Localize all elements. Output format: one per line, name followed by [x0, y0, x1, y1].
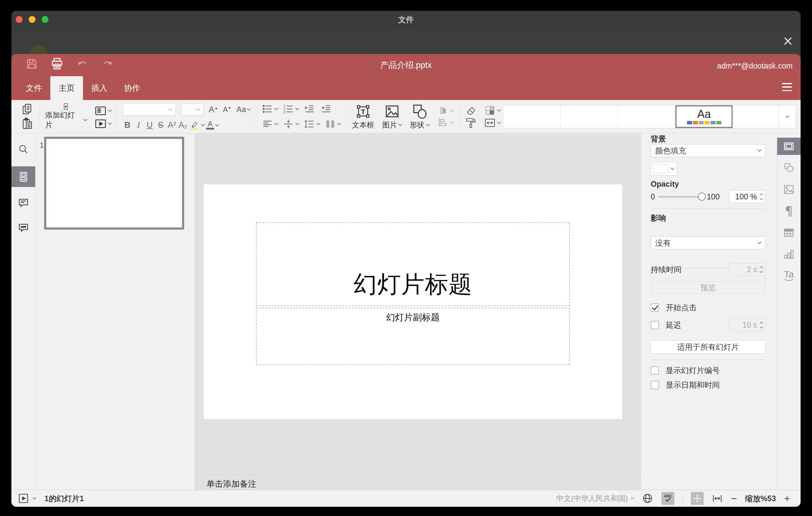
- tab-file[interactable]: 文件: [18, 76, 50, 100]
- bullets-icon[interactable]: [262, 103, 278, 115]
- underline-button[interactable]: U: [145, 120, 154, 130]
- font-color-button[interactable]: A: [206, 121, 219, 130]
- add-slide-button[interactable]: 添加幻灯片: [45, 103, 87, 130]
- subscript-button[interactable]: A₂: [178, 120, 187, 130]
- subtitle-placeholder[interactable]: 幻灯片副标题: [256, 308, 570, 365]
- slides-panel-icon[interactable]: [11, 166, 35, 187]
- spellcheck-icon[interactable]: ABC: [662, 492, 674, 505]
- show-date-time-row: 显示日期和时间: [651, 380, 765, 390]
- background-fill-select[interactable]: 颜色填充: [651, 144, 765, 157]
- change-case-icon[interactable]: Aa: [236, 105, 250, 114]
- theme-option-3[interactable]: [618, 105, 675, 128]
- delay-label: 延迟: [666, 320, 681, 330]
- slide-subtitle-text: 幻灯片副标题: [386, 311, 440, 324]
- slide-canvas[interactable]: 幻灯片标题 幻灯片副标题: [204, 184, 622, 419]
- background-color-picker[interactable]: [651, 162, 677, 176]
- increase-font-icon[interactable]: A▲: [208, 105, 218, 114]
- opacity-slider[interactable]: [658, 196, 702, 198]
- effect-select[interactable]: 没有: [651, 236, 765, 249]
- numbering-icon[interactable]: 123: [283, 103, 299, 115]
- fit-to-width-icon[interactable]: [712, 493, 723, 504]
- chat-icon[interactable]: [11, 219, 35, 236]
- notes-placeholder[interactable]: 单击添加备注: [206, 478, 256, 489]
- opacity-spinner[interactable]: 100 %: [729, 190, 765, 203]
- paste-button[interactable]: [21, 118, 34, 130]
- delay-checkbox[interactable]: [651, 321, 659, 329]
- theme-color-6: [716, 121, 721, 124]
- zoom-out-icon[interactable]: −: [731, 493, 737, 504]
- zoom-in-icon[interactable]: +: [784, 493, 790, 504]
- theme-option-2[interactable]: [560, 105, 618, 128]
- show-slide-number-checkbox[interactable]: [651, 366, 659, 375]
- title-placeholder[interactable]: 幻灯片标题: [256, 222, 570, 306]
- start-slideshow-button[interactable]: [94, 117, 111, 130]
- bold-button[interactable]: B: [123, 120, 132, 130]
- close-icon[interactable]: [783, 36, 793, 46]
- theme-color-4: [705, 121, 709, 124]
- decrease-indent-icon[interactable]: [303, 103, 315, 115]
- theme-option-5[interactable]: [733, 105, 779, 128]
- text-art-settings-icon[interactable]: Ta: [777, 267, 801, 285]
- superscript-button[interactable]: A²: [167, 120, 176, 130]
- strikethrough-button[interactable]: S: [156, 120, 165, 130]
- columns-icon[interactable]: [324, 118, 341, 130]
- copy-style-icon[interactable]: [465, 117, 477, 129]
- table-settings-icon[interactable]: [777, 224, 801, 241]
- slide-group: 添加幻灯片: [42, 103, 114, 130]
- show-slide-number-label: 显示幻灯片编号: [666, 365, 720, 376]
- slide-settings-icon[interactable]: [777, 138, 801, 155]
- search-icon[interactable]: [11, 141, 35, 158]
- chart-settings-icon[interactable]: [777, 246, 801, 263]
- start-slideshow-status-icon[interactable]: [18, 493, 29, 504]
- language-selector[interactable]: 中文(中华人民共和国): [556, 493, 634, 503]
- horizontal-align-icon[interactable]: [262, 118, 278, 130]
- align-shapes-icon[interactable]: [437, 117, 453, 128]
- slide-size-icon[interactable]: [484, 117, 500, 129]
- shape-label: 形状: [410, 120, 425, 130]
- opacity-slider-handle[interactable]: [698, 193, 706, 201]
- vertical-align-icon[interactable]: [283, 118, 299, 130]
- theme-option-1[interactable]: [503, 105, 560, 128]
- theme-gallery-expand-icon[interactable]: [779, 105, 796, 128]
- notes-divider[interactable]: [195, 474, 640, 475]
- image-settings-icon[interactable]: [777, 181, 801, 198]
- line-spacing-icon[interactable]: [303, 118, 320, 130]
- textbox-button[interactable]: T 文本框: [352, 103, 374, 130]
- paragraph-settings-icon[interactable]: ¶: [777, 202, 801, 220]
- duration-row: 持续时间 2 s: [651, 263, 765, 276]
- slideshow-options-icon[interactable]: [32, 496, 36, 500]
- tab-home[interactable]: 主页: [50, 76, 83, 100]
- duration-spinner[interactable]: 2 s: [729, 263, 765, 276]
- italic-button[interactable]: I: [134, 120, 143, 130]
- image-button[interactable]: 图片: [382, 103, 402, 130]
- svg-text:T: T: [361, 108, 365, 116]
- decrease-font-icon[interactable]: A▼: [223, 105, 232, 114]
- set-language-icon[interactable]: [642, 492, 654, 504]
- start-on-click-checkbox[interactable]: [651, 304, 659, 312]
- slide-title-text: 幻灯片标题: [353, 269, 472, 300]
- show-date-time-checkbox[interactable]: [651, 381, 659, 389]
- comments-icon[interactable]: [11, 194, 35, 212]
- slide-thumbnail[interactable]: [44, 137, 184, 230]
- arrange-shapes-icon[interactable]: [437, 105, 453, 117]
- increase-indent-icon[interactable]: [320, 103, 332, 115]
- delay-spinner[interactable]: 10 s: [729, 318, 765, 332]
- color-scheme-icon[interactable]: [484, 104, 500, 117]
- shape-button[interactable]: 形状: [410, 103, 429, 130]
- menu-icon[interactable]: [782, 83, 792, 91]
- fit-to-slide-icon[interactable]: [691, 492, 704, 505]
- highlight-color-button[interactable]: [190, 121, 204, 130]
- font-size-select[interactable]: [181, 103, 204, 116]
- clipboard-group: [19, 103, 36, 130]
- copy-button[interactable]: [21, 103, 34, 115]
- theme-option-selected[interactable]: Aa: [675, 105, 733, 128]
- delay-row: 延迟 10 s: [651, 318, 765, 332]
- slide-layout-button[interactable]: [94, 104, 111, 117]
- shape-settings-icon[interactable]: [777, 159, 801, 176]
- tab-collaboration[interactable]: 协作: [116, 76, 148, 100]
- tab-insert[interactable]: 插入: [83, 76, 116, 100]
- apply-to-all-button[interactable]: 适用于所有幻灯片: [651, 340, 765, 354]
- font-name-select[interactable]: [123, 103, 176, 116]
- preview-button[interactable]: 预览: [651, 282, 765, 294]
- clear-style-icon[interactable]: [465, 104, 477, 117]
